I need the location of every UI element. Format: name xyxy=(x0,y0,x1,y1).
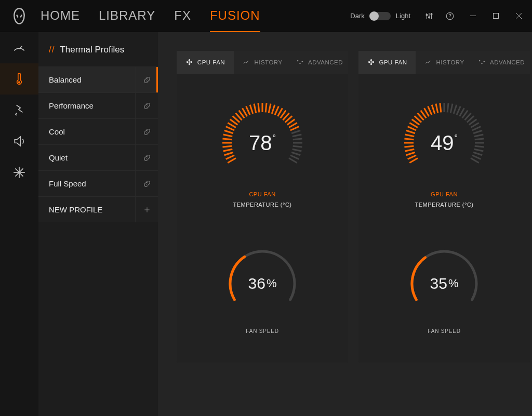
svg-point-21 xyxy=(299,62,301,64)
svg-line-109 xyxy=(473,152,482,155)
svg-line-62 xyxy=(290,155,299,159)
link-profile-button[interactable] xyxy=(135,93,158,118)
advanced-icon xyxy=(296,58,304,67)
card-tab-label: GPU FAN xyxy=(379,59,407,65)
profile-row-full-speed[interactable]: Full Speed xyxy=(38,170,158,196)
card-tab-label: HISTORY xyxy=(254,59,282,65)
temperature-value: 49° xyxy=(431,131,458,155)
nav-fx[interactable]: FX xyxy=(174,1,191,31)
svg-point-4 xyxy=(449,18,450,18)
svg-line-88 xyxy=(432,105,435,114)
svg-point-20 xyxy=(297,60,299,61)
main-area: CPU FANHISTORYADVANCED78°CPU FANTEMPERAT… xyxy=(158,32,532,416)
gauge-subtitle: TEMPERATURE (°C) xyxy=(233,202,291,208)
sidebar-title-text: Thermal Profiles xyxy=(60,45,124,55)
svg-line-79 xyxy=(406,130,415,133)
card-tab-advanced[interactable]: ADVANCED xyxy=(291,51,348,74)
window-maximize[interactable] xyxy=(484,7,507,25)
svg-point-2 xyxy=(431,13,432,15)
link-profile-button[interactable] xyxy=(135,119,158,144)
profile-row-performance[interactable]: Performance xyxy=(38,92,158,118)
card-tab-cpu-fan[interactable]: CPU FAN xyxy=(177,51,234,74)
rail-thermal[interactable] xyxy=(0,63,38,95)
svg-line-87 xyxy=(428,106,432,115)
profile-row-cool[interactable]: Cool xyxy=(38,118,158,144)
rail-overclock[interactable] xyxy=(0,32,38,63)
card-tab-gpu-fan[interactable]: GPU FAN xyxy=(358,51,416,74)
history-icon xyxy=(424,58,432,67)
rail-audio[interactable] xyxy=(0,126,38,157)
gauge-title: CPU FAN xyxy=(249,191,275,197)
card-body: 78°CPU FANTEMPERATURE (°C)36%FAN SPEED xyxy=(177,74,348,363)
fan-icon xyxy=(185,58,193,67)
theme-toggle[interactable]: Dark Light xyxy=(350,12,410,20)
svg-point-68 xyxy=(479,60,481,61)
rail-misc[interactable] xyxy=(0,157,38,188)
title-slashes: // xyxy=(49,45,55,55)
fan-speed-gauge: 36% xyxy=(226,247,299,320)
nav-home[interactable]: HOME xyxy=(41,1,80,31)
svg-line-78 xyxy=(405,135,415,137)
svg-point-64 xyxy=(370,61,372,63)
profile-row-quiet[interactable]: Quiet xyxy=(38,144,158,170)
svg-line-63 xyxy=(289,158,297,163)
fan-speed-gauge: 35% xyxy=(408,247,481,320)
svg-line-55 xyxy=(291,130,300,133)
fan-speed-label: FAN SPEED xyxy=(246,328,278,334)
gauge-subtitle: TEMPERATURE (°C) xyxy=(415,202,473,208)
card-tab-advanced[interactable]: ADVANCED xyxy=(473,51,530,74)
svg-line-54 xyxy=(290,127,299,130)
window-minimize[interactable] xyxy=(461,7,484,25)
history-icon xyxy=(242,58,250,67)
svg-line-30 xyxy=(223,135,233,137)
card-tabs: GPU FANHISTORYADVANCED xyxy=(358,51,530,74)
link-profile-button[interactable] xyxy=(135,145,158,170)
svg-line-71 xyxy=(409,158,418,163)
rail-power[interactable] xyxy=(0,95,38,126)
temperature-value: 78° xyxy=(249,131,276,155)
link-profile-button[interactable] xyxy=(135,171,158,196)
nav-fusion[interactable]: FUSION xyxy=(210,1,260,31)
profile-row-new-profile[interactable]: NEW PROFILE xyxy=(38,196,158,222)
settings-button[interactable] xyxy=(420,7,438,25)
theme-switch[interactable] xyxy=(370,12,391,20)
svg-point-70 xyxy=(484,61,485,62)
svg-line-93 xyxy=(450,104,453,113)
svg-line-90 xyxy=(440,103,441,112)
svg-line-60 xyxy=(292,149,302,151)
category-rail xyxy=(0,32,38,416)
svg-line-57 xyxy=(293,139,302,140)
svg-line-75 xyxy=(404,146,414,147)
add-profile-button[interactable] xyxy=(135,197,158,222)
card-body: 49°GPU FANTEMPERATURE (°C)35%FAN SPEED xyxy=(358,74,530,363)
card-tab-history[interactable]: HISTORY xyxy=(416,51,473,74)
header-right: Dark Light xyxy=(350,7,532,25)
svg-point-16 xyxy=(189,61,190,63)
svg-line-25 xyxy=(224,152,233,155)
profile-name: NEW PROFILE xyxy=(38,205,135,214)
link-profile-button[interactable] xyxy=(135,67,158,92)
profile-row-balanced[interactable]: Balanced xyxy=(38,66,158,92)
svg-line-72 xyxy=(408,155,416,159)
svg-line-59 xyxy=(293,146,302,147)
help-button[interactable] xyxy=(441,7,459,25)
svg-line-24 xyxy=(226,155,234,159)
svg-line-80 xyxy=(408,127,416,130)
window-close[interactable] xyxy=(507,7,530,25)
svg-line-39 xyxy=(246,106,250,115)
svg-line-44 xyxy=(265,103,267,112)
svg-line-26 xyxy=(223,149,233,151)
svg-line-61 xyxy=(291,152,300,155)
fan-speed-value: 35% xyxy=(430,275,459,292)
nav-library[interactable]: LIBRARY xyxy=(99,1,155,31)
card-tab-history[interactable]: HISTORY xyxy=(234,51,291,74)
svg-point-9 xyxy=(18,81,20,83)
svg-line-108 xyxy=(474,149,484,151)
card-tab-label: CPU FAN xyxy=(197,59,225,65)
svg-line-45 xyxy=(269,104,271,113)
svg-line-29 xyxy=(222,139,232,140)
svg-line-107 xyxy=(475,146,484,147)
main-nav: HOME LIBRARY FX FUSION xyxy=(41,1,260,31)
svg-line-105 xyxy=(475,139,484,140)
temperature-gauge: 78° xyxy=(218,99,307,187)
